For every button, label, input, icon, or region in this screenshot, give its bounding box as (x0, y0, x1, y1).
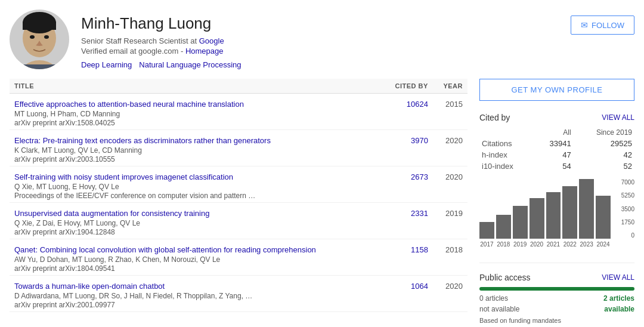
paper-cell-0: Effective approaches to attention-based … (10, 94, 382, 130)
paper-venue-5: arXiv preprint arXiv:2001.09977 (14, 301, 377, 309)
chart-bar-2019 (513, 206, 528, 239)
citations-chart: 20172018201920202021202220232024 7000525… (479, 179, 634, 251)
stat-all-1: 47 (534, 149, 573, 161)
paper-year-2: 2020 (433, 166, 467, 203)
chart-bar-2023 (579, 179, 594, 239)
paper-year-1: 2020 (433, 130, 467, 166)
access-text-labels: not available available (479, 305, 634, 313)
public-access-view-all[interactable]: VIEW ALL (602, 273, 634, 282)
follow-button[interactable]: ✉ FOLLOW (571, 16, 634, 35)
chart-label-2020: 2020 (530, 241, 544, 248)
paper-cell-2: Self-training with noisy student improve… (10, 166, 382, 203)
paper-cited-5: 1064 (382, 276, 433, 312)
col-title: TITLE (10, 79, 382, 94)
stat-since-0: 29525 (574, 138, 634, 149)
papers-section: TITLE CITED BY YEAR Effective approaches… (10, 79, 467, 324)
paper-authors-3: Q Xie, Z Dai, E Hovy, MT Luong, QV Le (14, 219, 377, 227)
chart-bar-2022 (562, 186, 577, 239)
profile-tags: Deep Learning Natural Language Processin… (81, 60, 559, 69)
stats-row: i10-index 54 52 (479, 161, 634, 172)
stat-all-0: 33941 (534, 138, 573, 149)
affiliation-link[interactable]: Google (199, 36, 224, 45)
access-bar-available (479, 287, 634, 291)
stat-label-0: Citations (479, 138, 534, 149)
paper-venue-2: Proceedings of the IEEE/CVF conference o… (14, 192, 377, 200)
stats-table: All Since 2019 Citations 33941 29525 h-i… (479, 127, 634, 172)
follow-label: FOLLOW (592, 21, 624, 30)
chart-bar-2021 (546, 192, 561, 239)
access-avail-label: 2 articles (603, 294, 634, 303)
paper-title-0[interactable]: Effective approaches to attention-based … (14, 100, 377, 109)
papers-table: TITLE CITED BY YEAR Effective approaches… (10, 79, 467, 312)
paper-venue-4: arXiv preprint arXiv:1804.09541 (14, 264, 377, 273)
profile-email: Verified email at google.com - Homepage (81, 47, 559, 55)
svg-point-5 (44, 35, 49, 39)
paper-authors-4: AW Yu, D Dohan, MT Luong, R Zhao, K Chen… (14, 255, 377, 264)
stats-col-since: Since 2019 (574, 127, 634, 138)
stats-row: h-index 47 42 (479, 149, 634, 161)
cited-by-section: Cited by VIEW ALL All Since 2019 Citatio… (479, 113, 634, 251)
paper-venue-1: arXiv preprint arXiv:2003.10555 (14, 155, 377, 164)
paper-cited-2: 2673 (382, 166, 433, 203)
cited-by-label: Cited by (479, 113, 510, 122)
tag-deep-learning[interactable]: Deep Learning (81, 60, 132, 69)
table-row: Self-training with noisy student improve… (10, 166, 467, 203)
svg-point-4 (30, 35, 35, 39)
stats-col-empty (479, 127, 534, 138)
right-panel: GET MY OWN PROFILE Cited by VIEW ALL All… (479, 79, 634, 324)
paper-venue-0: arXiv preprint arXiv:1508.04025 (14, 119, 377, 127)
access-unavail-label: 0 articles (479, 294, 508, 303)
profile-affiliation: Senior Staff Research Scientist at Googl… (81, 36, 559, 45)
stat-label-2: i10-index (479, 161, 534, 172)
chart-label-2017: 2017 (479, 241, 494, 248)
stat-since-1: 42 (574, 149, 634, 161)
paper-year-5: 2020 (433, 276, 467, 312)
chart-y-label-0: 7000 (613, 179, 634, 186)
chart-y-label-4: 0 (613, 232, 634, 239)
access-avail-text: available (604, 305, 634, 313)
paper-cell-4: Qanet: Combining local convolution with … (10, 239, 382, 276)
profile-name: Minh-Thang Luong (81, 14, 559, 33)
paper-cited-1: 3970 (382, 130, 433, 166)
paper-authors-2: Q Xie, MT Luong, E Hovy, QV Le (14, 183, 377, 191)
paper-authors-5: D Adiwardana, MT Luong, DR So, J Hall, N… (14, 292, 377, 300)
paper-title-3[interactable]: Unsupervised data augmentation for consi… (14, 209, 377, 218)
stat-all-2: 54 (534, 161, 573, 172)
chart-label-2023: 2023 (579, 241, 594, 248)
paper-cell-3: Unsupervised data augmentation for consi… (10, 203, 382, 239)
paper-title-4[interactable]: Qanet: Combining local convolution with … (14, 245, 377, 254)
chart-label-2024: 2024 (596, 241, 611, 248)
stat-since-2: 52 (574, 161, 634, 172)
paper-title-1[interactable]: Electra: Pre-training text encoders as d… (14, 136, 377, 145)
own-profile-button[interactable]: GET MY OWN PROFILE (479, 79, 634, 101)
cited-by-view-all[interactable]: VIEW ALL (602, 113, 634, 122)
chart-y-label-1: 5250 (613, 192, 634, 199)
paper-cited-3: 2331 (382, 203, 433, 239)
table-row: Effective approaches to attention-based … (10, 94, 467, 130)
table-row: Electra: Pre-training text encoders as d… (10, 130, 467, 166)
paper-title-5[interactable]: Towards a human-like open-domain chatbot (14, 282, 377, 291)
chart-bar-2017 (479, 222, 494, 239)
chart-y-label-2: 3500 (613, 206, 634, 212)
public-access-header: Public access VIEW ALL (479, 273, 634, 282)
paper-authors-1: K Clark, MT Luong, QV Le, CD Manning (14, 146, 377, 155)
chart-bar-2018 (496, 215, 511, 239)
chart-label-2021: 2021 (546, 241, 561, 248)
follow-icon: ✉ (581, 20, 588, 30)
access-labels: 0 articles 2 articles (479, 294, 634, 303)
paper-title-2[interactable]: Self-training with noisy student improve… (14, 172, 377, 181)
paper-year-4: 2018 (433, 239, 467, 276)
access-bar (479, 287, 634, 291)
tag-nlp[interactable]: Natural Language Processing (139, 60, 241, 69)
homepage-link[interactable]: Homepage (185, 47, 224, 55)
public-access-section: Public access VIEW ALL 0 articles 2 arti… (479, 263, 634, 324)
chart-label-2019: 2019 (513, 241, 528, 248)
col-year: YEAR (433, 79, 467, 94)
paper-cell-1: Electra: Pre-training text encoders as d… (10, 130, 382, 166)
svg-rect-6 (18, 64, 60, 69)
col-cited-by: CITED BY (382, 79, 433, 94)
paper-authors-0: MT Luong, H Pham, CD Manning (14, 110, 377, 118)
avatar (10, 10, 69, 69)
chart-label-2022: 2022 (562, 241, 577, 248)
table-row: Qanet: Combining local convolution with … (10, 239, 467, 276)
